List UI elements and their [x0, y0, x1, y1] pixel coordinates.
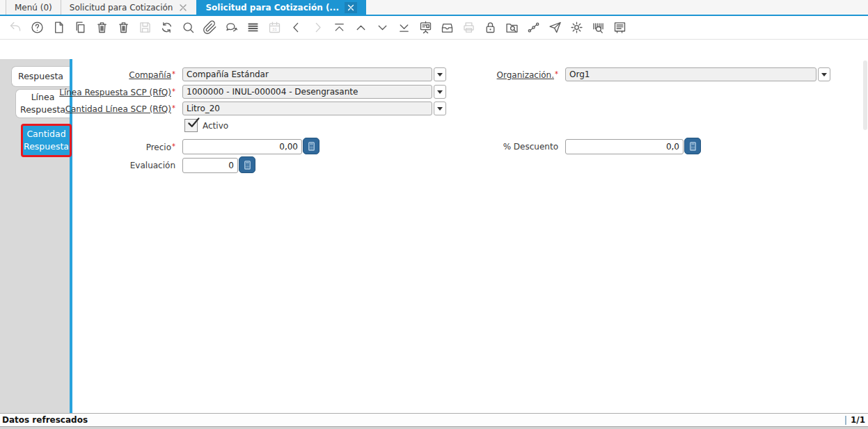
precio-calculator-button[interactable] — [303, 138, 319, 154]
dropdown-arrow-icon[interactable] — [434, 102, 446, 115]
cantidad-linea-label: Cantidad Línea SCP (RfQ)* — [65, 104, 175, 114]
calculator-icon — [242, 160, 253, 170]
linea-respuesta-combo[interactable]: 1000000 - INUL-000004 - Desengrasante — [182, 85, 446, 99]
linea-respuesta-label: Línea Respuesta SCP (RfQ)* — [59, 87, 175, 97]
compania-label: Compañía* — [129, 70, 175, 80]
organizacion-combo[interactable]: Org1 — [565, 67, 830, 81]
descuento-label: % Descuento — [503, 142, 558, 152]
parent-record-icon[interactable] — [353, 19, 368, 36]
archive-icon[interactable] — [439, 19, 455, 36]
window-content: Respuesta Línea Respuesta Cantidad Respu… — [0, 40, 868, 413]
calculator-icon — [688, 141, 698, 152]
print-icon — [461, 19, 476, 36]
undo-icon — [8, 19, 23, 36]
record-navigation: 1/1 — [845, 415, 865, 425]
dropdown-arrow-icon[interactable] — [434, 85, 446, 99]
chat-icon[interactable] — [223, 19, 239, 36]
evaluacion-calculator-button[interactable] — [239, 156, 255, 173]
tab-label: Solicitud para Cotización (... — [205, 3, 339, 13]
calendar-icon: 31 — [267, 19, 282, 36]
attachment-icon[interactable] — [202, 19, 217, 36]
zoom-across-icon[interactable] — [504, 19, 519, 36]
evaluacion-label: Evaluación — [130, 161, 175, 170]
private-lock-icon[interactable] — [482, 19, 498, 36]
tab-label: Solicitud para Cotización — [70, 3, 173, 13]
record-indicator: 1/1 — [851, 415, 865, 425]
detail-record-icon[interactable] — [374, 19, 390, 36]
descuento-calculator-button[interactable] — [684, 138, 701, 154]
copy-record-icon[interactable] — [72, 19, 88, 36]
tab-menu[interactable]: Menú (0) — [6, 0, 61, 15]
dropdown-arrow-icon[interactable] — [818, 67, 830, 81]
tab-solicitud-para-cotizacion[interactable]: Solicitud para Cotización — [61, 0, 198, 15]
help-icon[interactable] — [29, 19, 45, 36]
send-request-icon[interactable] — [547, 19, 562, 36]
product-info-icon[interactable] — [590, 19, 606, 36]
window-bottom-strip — [0, 426, 868, 429]
organizacion-label: Organización.* — [497, 70, 558, 80]
status-bar: Datos refrescados 1/1 — [0, 413, 868, 426]
status-separator — [845, 416, 846, 425]
find-icon[interactable] — [180, 19, 196, 36]
window-tab-bar: Menú (0) Solicitud para Cotización Solic… — [0, 0, 868, 16]
refresh-icon[interactable] — [159, 19, 174, 36]
dropdown-arrow-icon[interactable] — [434, 67, 446, 81]
status-message: Datos refrescados — [0, 415, 88, 425]
delete-record-icon[interactable] — [94, 19, 109, 36]
grid-toggle-icon[interactable] — [245, 19, 260, 36]
tab-solicitud-para-cotizacion-detail[interactable]: Solicitud para Cotización (... — [196, 0, 366, 15]
linea-respuesta-value[interactable]: 1000000 - INUL-000004 - Desengrasante — [182, 85, 432, 99]
sidebar-tab-cantidad-respuesta[interactable]: Cantidad Respuesta — [21, 124, 72, 157]
svg-text:31: 31 — [272, 26, 277, 31]
cantidad-linea-value[interactable]: Litro_20 — [182, 102, 432, 115]
compania-value[interactable]: Compañía Estándar — [182, 67, 432, 81]
precio-label: Precio* — [146, 142, 175, 152]
descuento-input[interactable] — [565, 139, 684, 154]
report-icon[interactable] — [418, 19, 433, 36]
sidebar-tab-respuesta[interactable]: Respuesta — [11, 66, 70, 87]
calculator-icon — [306, 141, 317, 152]
close-icon[interactable] — [345, 2, 357, 13]
scrollbar-track[interactable] — [863, 60, 867, 130]
activo-label: Activo — [203, 121, 228, 131]
toolbar: 31 — [0, 16, 868, 40]
activo-checkbox[interactable] — [184, 119, 198, 132]
workflow-icon[interactable] — [526, 19, 541, 36]
cantidad-linea-combo[interactable]: Litro_20 — [182, 102, 446, 115]
sidebar-tab-label: Respuesta — [18, 70, 63, 83]
compania-combo[interactable]: Compañía Estándar — [182, 67, 446, 81]
last-record-icon[interactable] — [396, 19, 411, 36]
next-record-icon — [310, 19, 325, 36]
organizacion-value[interactable]: Org1 — [565, 67, 816, 81]
sidebar-tab-label: Cantidad Respuesta — [23, 128, 70, 153]
delete-selection-icon[interactable] — [116, 19, 131, 36]
tab-label: Menú (0) — [15, 3, 52, 13]
precio-input[interactable] — [182, 139, 302, 154]
quick-form-icon[interactable] — [612, 19, 627, 36]
previous-record-icon[interactable] — [288, 19, 303, 36]
close-icon[interactable] — [178, 3, 188, 13]
application-window: Menú (0) Solicitud para Cotización Solic… — [0, 0, 868, 429]
new-record-icon[interactable] — [51, 19, 66, 36]
checkmark-icon — [186, 115, 200, 130]
first-record-icon[interactable] — [331, 19, 347, 36]
preferences-icon[interactable] — [569, 19, 584, 36]
evaluacion-input[interactable] — [182, 158, 238, 173]
save-icon — [137, 19, 152, 36]
